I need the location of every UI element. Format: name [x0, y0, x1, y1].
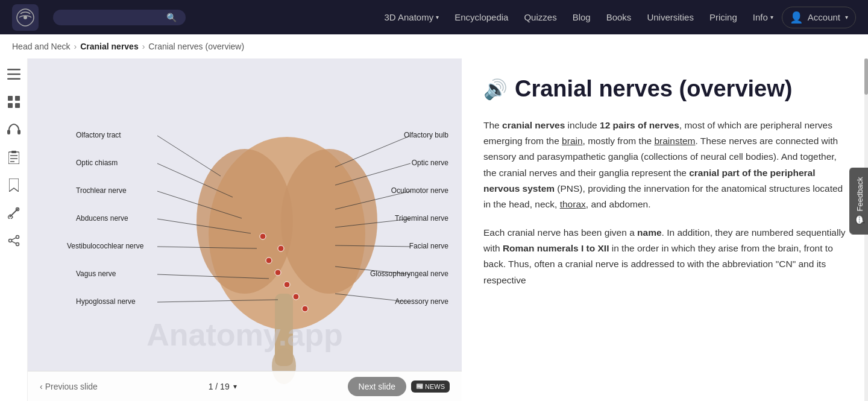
- svg-point-20: [8, 239, 11, 242]
- svg-point-26: [281, 149, 377, 294]
- article-title: 🔊 Cranial nerves (overview): [483, 75, 846, 103]
- label-optic-chiasm: Optic chiasm: [76, 159, 118, 167]
- svg-point-1: [24, 16, 27, 19]
- news-icon: 📰: [416, 383, 423, 390]
- link-brainstem[interactable]: brainstem: [654, 136, 695, 146]
- svg-point-35: [302, 306, 308, 312]
- svg-rect-2: [7, 69, 20, 71]
- breadcrumb: Head and Neck › Cranial nerves › Cranial…: [0, 34, 868, 58]
- account-menu[interactable]: 👤 Account ▾: [782, 7, 856, 28]
- breadcrumb-sep-2: ›: [142, 42, 145, 51]
- navbar: 🔍 3D Anatomy ▾ Encyclopedia Quizzes Blog…: [0, 0, 868, 34]
- article-paragraph-1: The cranial nerves include 12 pairs of n…: [483, 118, 846, 213]
- link-thorax[interactable]: thorax: [560, 199, 586, 209]
- nav-blog[interactable]: Blog: [565, 8, 598, 26]
- chevron-left-icon: ‹: [40, 382, 43, 391]
- slide-next-area: Next slide 📰 NEWS: [348, 377, 450, 396]
- label-trochlear-nerve: Trochlear nerve: [76, 186, 127, 195]
- sidebar-tool-icon[interactable]: [5, 204, 22, 221]
- svg-rect-7: [8, 103, 13, 108]
- svg-rect-3: [7, 74, 20, 75]
- svg-point-32: [275, 270, 281, 276]
- chevron-down-icon: ▾: [845, 14, 848, 21]
- article-paragraph-2: Each cranial nerve has been given a name…: [483, 225, 846, 288]
- chevron-down-icon: ▾: [436, 14, 439, 21]
- nav-pricing[interactable]: Pricing: [702, 8, 744, 26]
- svg-point-33: [284, 282, 290, 288]
- svg-rect-8: [15, 103, 20, 108]
- slide-counter: 1 / 19 ▾: [209, 382, 237, 391]
- next-slide-button[interactable]: Next slide: [348, 377, 406, 396]
- nav-encyclopedia[interactable]: Encyclopedia: [447, 8, 515, 26]
- sidebar-share-icon[interactable]: [5, 232, 22, 249]
- slide-navigation: ‹ Previous slide 1 / 19 ▾ Next slide 📰 N…: [28, 371, 462, 401]
- label-accessory-nerve: Accessory nerve: [395, 297, 448, 306]
- anatomy-image: Olfactory tract Optic chiasm Trochlear n…: [28, 58, 462, 401]
- nav-info[interactable]: Info ▾: [746, 8, 781, 26]
- svg-line-36: [157, 136, 221, 176]
- nav-quizzes[interactable]: Quizzes: [517, 8, 564, 26]
- nav-menu: 3D Anatomy ▾ Encyclopedia Quizzes Blog B…: [377, 7, 857, 28]
- svg-rect-9: [7, 130, 10, 134]
- brain-svg: [28, 58, 462, 401]
- label-olfactory-bulb: Olfactory bulb: [404, 131, 448, 139]
- anatomy-panel: Olfactory tract Optic chiasm Trochlear n…: [28, 58, 462, 401]
- logo[interactable]: [12, 4, 39, 31]
- link-brain[interactable]: brain: [562, 136, 582, 146]
- svg-rect-12: [11, 151, 16, 153]
- sidebar-headphone-icon[interactable]: [5, 121, 22, 138]
- svg-rect-10: [17, 130, 20, 134]
- breadcrumb-head-neck[interactable]: Head and Neck: [12, 42, 71, 51]
- search-bar[interactable]: 🔍: [53, 10, 186, 25]
- svg-point-29: [260, 233, 266, 239]
- breadcrumb-cranial-nerves[interactable]: Cranial nerves: [80, 42, 139, 51]
- svg-line-22: [11, 238, 16, 240]
- svg-line-23: [11, 241, 16, 244]
- svg-point-19: [16, 236, 19, 239]
- label-abducens-nerve: Abducens nerve: [76, 214, 128, 223]
- article-panel: 🔊 Cranial nerves (overview) The cranial …: [462, 58, 868, 401]
- svg-point-30: [278, 245, 284, 251]
- chevron-down-icon[interactable]: ▾: [233, 382, 237, 391]
- main-layout: Olfactory tract Optic chiasm Trochlear n…: [0, 58, 868, 401]
- sidebar-menu-icon[interactable]: [5, 66, 22, 83]
- label-optic-nerve: Optic nerve: [412, 159, 448, 167]
- sidebar-clipboard-icon[interactable]: [5, 149, 22, 166]
- svg-point-21: [16, 243, 19, 246]
- svg-rect-5: [8, 96, 13, 101]
- nav-books[interactable]: Books: [599, 8, 639, 26]
- label-hypoglossal-nerve: Hypoglossal nerve: [76, 297, 136, 306]
- scrollbar-thumb[interactable]: [864, 58, 868, 95]
- news-badge: 📰 NEWS: [411, 380, 450, 393]
- svg-point-31: [266, 257, 272, 264]
- article-icon: 🔊: [483, 78, 508, 101]
- svg-rect-6: [15, 96, 20, 101]
- prev-slide-button[interactable]: ‹ Previous slide: [40, 382, 98, 391]
- label-vagus-nerve: Vagus nerve: [76, 270, 116, 278]
- svg-rect-4: [7, 78, 20, 80]
- label-facial-nerve: Facial nerve: [409, 242, 448, 250]
- svg-rect-11: [8, 152, 19, 164]
- sidebar: [0, 58, 28, 401]
- chevron-down-icon: ▾: [770, 14, 773, 21]
- nav-3d-anatomy[interactable]: 3D Anatomy ▾: [377, 8, 447, 26]
- nav-universities[interactable]: Universities: [640, 8, 701, 26]
- label-trigeminal-nerve: Trigeminal nerve: [395, 214, 448, 223]
- label-glossopharyngeal-nerve: Glossopharyngeal nerve: [370, 270, 448, 278]
- breadcrumb-sep-1: ›: [74, 42, 77, 51]
- search-icon: 🔍: [166, 13, 177, 22]
- feedback-tab[interactable]: 💬 Feedback: [849, 167, 868, 234]
- sidebar-grid-icon[interactable]: [5, 93, 22, 110]
- label-olfactory-tract: Olfactory tract: [76, 131, 121, 139]
- svg-line-43: [335, 136, 410, 167]
- search-input[interactable]: [60, 13, 163, 22]
- feedback-icon: 💬: [855, 215, 864, 224]
- breadcrumb-current: Cranial nerves (overview): [148, 42, 244, 51]
- svg-point-34: [293, 294, 299, 300]
- label-oculomotor-nerve: Oculomotor nerve: [391, 186, 448, 195]
- label-vestibulocochlear-nerve: Vestibulocochlear nerve: [67, 242, 143, 250]
- sidebar-bookmark-icon[interactable]: [5, 177, 22, 194]
- account-icon: 👤: [790, 11, 803, 24]
